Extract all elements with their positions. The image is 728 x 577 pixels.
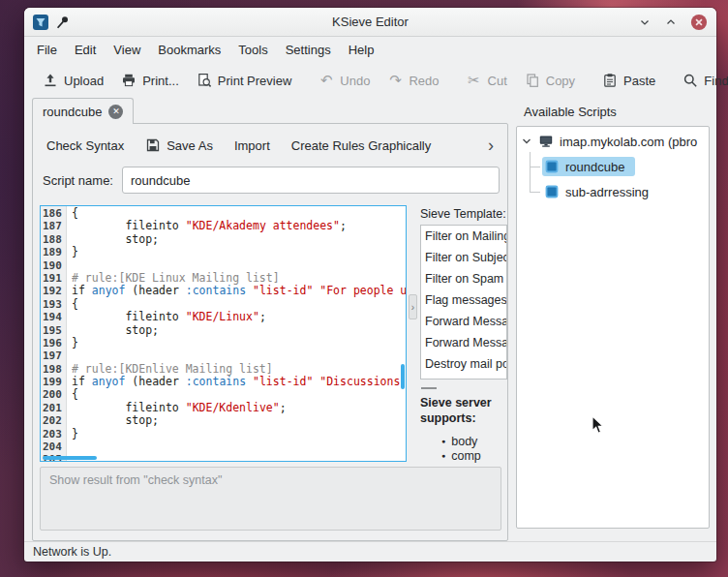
code-lines[interactable]: { fileinto "KDE/Akademy attendees"; stop… bbox=[67, 207, 406, 462]
vertical-scrollbar[interactable] bbox=[401, 364, 405, 389]
tree-branch-line bbox=[530, 167, 540, 167]
line-number: 190 bbox=[41, 259, 66, 272]
code-token: fileinto bbox=[125, 220, 178, 232]
actions-overflow-button[interactable]: › bbox=[480, 132, 501, 159]
code-token: ( bbox=[125, 285, 138, 297]
print-preview-button[interactable]: Print Preview bbox=[188, 68, 301, 93]
menu-view[interactable]: View bbox=[105, 40, 149, 60]
code-line: stop; bbox=[72, 414, 406, 427]
paste-icon bbox=[602, 73, 618, 88]
menu-bookmarks[interactable]: Bookmarks bbox=[149, 40, 229, 60]
check-syntax-button[interactable]: Check Syntax bbox=[37, 134, 134, 158]
menu-file[interactable]: File bbox=[28, 40, 66, 60]
code-token bbox=[72, 414, 125, 427]
server-capability: ●comp bbox=[420, 448, 507, 463]
titlebar[interactable]: KSieve Editor bbox=[24, 8, 716, 37]
code-token: stop bbox=[125, 324, 152, 337]
capability-label: body bbox=[451, 435, 477, 448]
code-line: { bbox=[72, 388, 406, 401]
maximize-icon[interactable] bbox=[664, 15, 678, 29]
tab-close-icon[interactable]: ✕ bbox=[108, 105, 123, 119]
code-token: if bbox=[72, 285, 85, 297]
template-splitter-handle[interactable] bbox=[421, 387, 437, 389]
code-token: ; bbox=[340, 220, 347, 232]
line-number: 192 bbox=[41, 285, 66, 297]
tree-item-sub-adrressing[interactable]: sub-adrressing bbox=[544, 181, 649, 202]
app-icon bbox=[33, 15, 48, 30]
template-item[interactable]: Destroy mail posted bbox=[421, 353, 506, 375]
code-line: fileinto "KDE/Akademy attendees"; bbox=[72, 220, 406, 232]
code-token bbox=[246, 285, 253, 297]
mouse-cursor bbox=[592, 415, 605, 439]
undo-icon: ↶ bbox=[318, 73, 334, 88]
tree-item-roundcube[interactable]: roundcube bbox=[542, 156, 635, 177]
tab-roundcube[interactable]: roundcube ✕ bbox=[32, 98, 134, 124]
code-token: "Discussions about bbox=[319, 376, 406, 388]
template-item[interactable]: Filter on Mailing List bbox=[421, 226, 506, 247]
script-name-input[interactable] bbox=[122, 167, 500, 194]
window-title: KSieve Editor bbox=[24, 15, 716, 29]
print-preview-icon bbox=[197, 73, 212, 88]
code-editor[interactable]: 1861871881891901911921931941951961971981… bbox=[40, 205, 407, 462]
find-button[interactable]: Find... bbox=[674, 68, 728, 93]
menubar: FileEditViewBookmarksToolsSettingsHelp bbox=[24, 37, 716, 62]
expander-icon[interactable] bbox=[521, 136, 532, 147]
window-controls bbox=[638, 14, 708, 31]
code-line bbox=[72, 453, 406, 462]
pin-icon[interactable] bbox=[55, 15, 71, 30]
code-line: # rule:[KDEnlive Mailing list] bbox=[72, 363, 406, 376]
close-icon[interactable] bbox=[690, 14, 708, 31]
line-number: 203 bbox=[41, 428, 66, 440]
code-token: anyof bbox=[92, 285, 126, 297]
code-token: ; bbox=[152, 233, 159, 246]
save-as-button[interactable]: Save As bbox=[136, 133, 223, 158]
code-line: # rule:[KDE Linux Mailing list] bbox=[72, 272, 406, 285]
code-token: "list-id" bbox=[253, 285, 313, 297]
code-token: anyof bbox=[92, 376, 126, 388]
toolbar-button-label: Find... bbox=[704, 74, 728, 88]
code-line: { bbox=[72, 207, 406, 220]
minimize-icon[interactable] bbox=[638, 15, 652, 29]
code-line: } bbox=[72, 337, 406, 349]
line-number: 200 bbox=[41, 388, 66, 401]
line-number: 198 bbox=[41, 363, 66, 376]
code-token: } bbox=[72, 337, 78, 349]
template-item[interactable]: Flag messages bbox=[421, 289, 506, 311]
code-token: fileinto bbox=[125, 311, 178, 323]
horizontal-scrollbar[interactable] bbox=[43, 456, 97, 460]
template-item[interactable]: Forward Message bbox=[421, 332, 506, 353]
upload-button[interactable]: Upload bbox=[34, 68, 112, 93]
menu-help[interactable]: Help bbox=[340, 40, 383, 60]
code-token bbox=[72, 402, 125, 414]
code-line: fileinto "KDE/Kdenlive"; bbox=[72, 402, 406, 414]
menu-edit[interactable]: Edit bbox=[66, 40, 105, 60]
code-token: stop bbox=[125, 414, 152, 427]
splitter-handle[interactable]: › bbox=[409, 294, 417, 319]
code-line: stop; bbox=[72, 324, 406, 337]
code-token bbox=[85, 376, 92, 388]
script-icon bbox=[544, 184, 560, 199]
paste-button[interactable]: Paste bbox=[593, 68, 664, 93]
line-number: 195 bbox=[41, 324, 66, 337]
menu-tools[interactable]: Tools bbox=[229, 40, 276, 60]
import-button[interactable]: Import bbox=[225, 134, 280, 158]
code-token: if bbox=[72, 376, 85, 388]
print-button[interactable]: Print... bbox=[112, 68, 188, 93]
create-rules-button[interactable]: Create Rules Graphically bbox=[282, 134, 441, 158]
template-item[interactable]: Filter on Subject bbox=[421, 247, 506, 268]
line-number: 193 bbox=[41, 298, 66, 311]
copy-button: Copy bbox=[516, 68, 584, 93]
toolbar: UploadPrint...Print Preview↶Undo↷Redo✂Cu… bbox=[24, 62, 716, 99]
menu-settings[interactable]: Settings bbox=[277, 40, 340, 60]
cut-button: ✂Cut bbox=[458, 68, 516, 93]
template-item[interactable]: Filter on Spam bbox=[421, 268, 506, 289]
template-item[interactable]: Forward Message bbox=[421, 311, 506, 332]
code-token: ( bbox=[125, 376, 138, 388]
code-token bbox=[179, 402, 186, 414]
toolbar-button-label: Print Preview bbox=[218, 74, 292, 88]
tree-item-server[interactable]: imap.mykolab.com (pbro bbox=[521, 131, 697, 152]
redo-icon: ↷ bbox=[387, 73, 403, 88]
editor-actions: Check Syntax Save As Import Create Rules… bbox=[37, 132, 503, 159]
line-number: 191 bbox=[41, 272, 66, 285]
code-line bbox=[72, 349, 406, 362]
